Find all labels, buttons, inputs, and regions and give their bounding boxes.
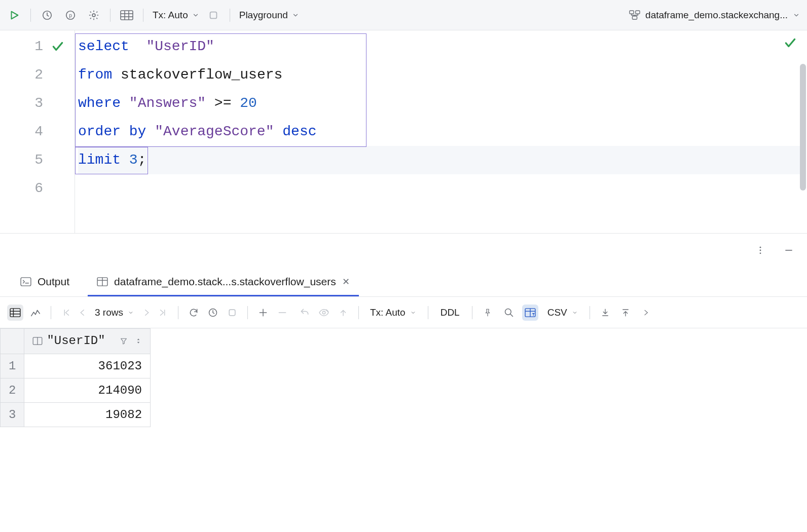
reload-button[interactable]: [186, 305, 202, 321]
chart-view-button[interactable]: [27, 305, 44, 321]
svg-point-3: [92, 14, 95, 17]
separator: [230, 9, 230, 22]
svg-rect-10: [630, 10, 634, 13]
svg-point-15: [760, 252, 761, 254]
preview-changes-button[interactable]: [316, 305, 332, 321]
run-button[interactable]: [7, 8, 21, 22]
row-number: 1: [1, 354, 24, 378]
delete-row-button[interactable]: [274, 305, 290, 321]
session-label: dataframe_demo.stackexchang...: [645, 10, 788, 21]
prev-page-button[interactable]: [75, 305, 91, 321]
explain-plan-button[interactable]: p: [63, 8, 78, 22]
svg-rect-21: [10, 308, 20, 316]
svg-rect-17: [21, 277, 31, 285]
result-toolbar: 3 rows Tx: Auto DDL: [0, 297, 807, 328]
playground-label: Playground: [239, 10, 288, 21]
revert-button[interactable]: [297, 305, 313, 321]
pin-button[interactable]: [480, 305, 496, 321]
cell-userid[interactable]: 214090: [24, 378, 151, 402]
data-editor-button[interactable]: [120, 8, 134, 22]
chevron-down-icon: [410, 309, 417, 316]
result-tx-dropdown[interactable]: Tx: Auto: [366, 307, 421, 318]
session-icon: [629, 10, 640, 20]
scrollbar-thumb[interactable]: [800, 64, 806, 191]
submit-button[interactable]: [335, 305, 351, 321]
line-number: 5: [30, 146, 43, 174]
line-number: 3: [30, 89, 43, 118]
editor-toolbar: p Tx: Auto Playground dataframe_demo.: [0, 0, 807, 30]
svg-rect-4: [121, 11, 133, 20]
column-header-userid[interactable]: "UserID": [24, 329, 151, 354]
svg-rect-26: [229, 310, 235, 316]
row-number: 3: [1, 402, 24, 427]
svg-point-14: [760, 249, 761, 251]
filter-button[interactable]: [522, 305, 538, 321]
cell-userid[interactable]: 19082: [24, 402, 151, 427]
expand-button[interactable]: [638, 305, 654, 321]
rows-count-dropdown[interactable]: 3 rows: [91, 307, 138, 318]
sort-icon[interactable]: [135, 337, 142, 345]
table-row[interactable]: 1 361023: [1, 354, 151, 378]
tx-mode-dropdown[interactable]: Tx: Auto: [153, 10, 199, 21]
chevron-down-icon: [127, 309, 134, 316]
column-name: "UserID": [47, 334, 105, 348]
cell-userid[interactable]: 361023: [24, 354, 151, 378]
analysis-ok-icon[interactable]: [784, 36, 797, 50]
separator: [143, 9, 143, 22]
table-row[interactable]: 3 19082: [1, 402, 151, 427]
svg-rect-9: [210, 12, 216, 18]
settings-button[interactable]: [87, 8, 101, 22]
history-button[interactable]: [40, 8, 54, 22]
add-row-button[interactable]: [255, 305, 271, 321]
last-page-button[interactable]: [155, 305, 171, 321]
filter-icon[interactable]: [120, 337, 128, 345]
table-row[interactable]: 2 214090: [1, 378, 151, 402]
upload-button[interactable]: [617, 305, 634, 321]
corner-cell: [1, 329, 24, 354]
tx-mode-label: Tx: Auto: [153, 10, 188, 21]
search-button[interactable]: [501, 305, 517, 321]
chevron-down-icon: [571, 309, 578, 316]
table-view-button[interactable]: [7, 305, 23, 321]
chevron-down-icon: [192, 12, 199, 19]
playground-dropdown[interactable]: Playground: [239, 10, 299, 21]
chevron-down-icon: [292, 12, 299, 19]
first-page-button[interactable]: [58, 305, 75, 321]
tab-dataframe[interactable]: dataframe_demo.stack...s.stackoverflow_u…: [88, 268, 359, 296]
table-icon: [97, 277, 108, 286]
chevron-down-icon: [793, 12, 800, 19]
line-number: 1: [30, 32, 43, 61]
result-tx-label: Tx: Auto: [370, 307, 406, 318]
line-number: 4: [30, 118, 43, 146]
svg-point-13: [760, 246, 761, 248]
run-marker-icon[interactable]: [50, 40, 65, 53]
column-layout-icon: [32, 337, 43, 345]
schedule-button[interactable]: [205, 305, 221, 321]
tab-output[interactable]: Output: [11, 268, 79, 296]
ddl-button[interactable]: DDL: [435, 307, 465, 318]
sql-editor[interactable]: 1 2 3 4 5 6 select "UserID" from stackov…: [0, 30, 807, 233]
separator: [30, 9, 31, 22]
panel-header: [0, 233, 807, 267]
line-number: 2: [30, 61, 43, 89]
session-dropdown[interactable]: dataframe_demo.stackexchang...: [629, 10, 800, 21]
line-number: 6: [30, 174, 43, 203]
code-pane[interactable]: select "UserID" from stackoverflow_users…: [75, 30, 807, 233]
minimize-button[interactable]: [782, 243, 796, 257]
tab-label: dataframe_demo.stack...s.stackoverflow_u…: [114, 276, 336, 288]
result-grid[interactable]: "UserID" 1 361023: [0, 328, 807, 532]
gutter: 1 2 3 4 5 6: [0, 30, 75, 233]
download-button[interactable]: [597, 305, 613, 321]
svg-point-27: [322, 311, 325, 314]
export-format-label: CSV: [547, 307, 567, 318]
more-options-button[interactable]: [753, 243, 767, 257]
svg-rect-11: [636, 10, 640, 13]
next-page-button[interactable]: [138, 305, 155, 321]
result-tabs: Output dataframe_demo.stack...s.stackove…: [0, 267, 807, 297]
terminal-icon: [20, 277, 31, 286]
cancel-query-button[interactable]: [224, 305, 240, 321]
stop-button[interactable]: [206, 8, 221, 22]
separator: [110, 9, 111, 22]
close-tab-button[interactable]: ✕: [342, 276, 350, 287]
export-format-dropdown[interactable]: CSV: [543, 307, 582, 318]
